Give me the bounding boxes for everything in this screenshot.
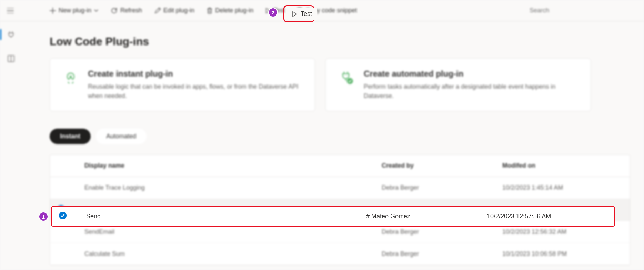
svg-point-2 — [70, 76, 72, 78]
automated-card-desc: Perform tasks automatically after a desi… — [364, 82, 578, 101]
cell-created_by: # Mateo Gomez — [382, 206, 502, 213]
chevron-down-icon — [94, 9, 98, 12]
create-automated-card[interactable]: Create automated plug-in Perform tasks a… — [325, 58, 591, 111]
hamburger-menu[interactable] — [3, 4, 17, 18]
test-button[interactable]: Test — [261, 4, 290, 17]
search-input[interactable] — [527, 4, 630, 17]
table-row[interactable]: SendEmailDebra Berger10/2/2023 12:56:32 … — [50, 221, 630, 243]
plugins-table: Display name Created by Modifed on Enabl… — [50, 154, 630, 266]
book-icon — [7, 55, 15, 62]
refresh-label: Refresh — [120, 7, 142, 14]
delete-label: Delete plug-in — [215, 7, 253, 14]
cell-modified_on: 10/2/2023 1:45:14 AM — [502, 184, 623, 191]
instant-card-title: Create instant plug-in — [88, 69, 303, 79]
tab-instant[interactable]: Instant — [50, 129, 91, 144]
create-instant-card[interactable]: Create instant plug-in Reusable logic th… — [50, 58, 315, 111]
svg-point-3 — [347, 78, 353, 84]
col-modified-on[interactable]: Modifed on — [502, 162, 623, 169]
cell-name: SendEmail — [84, 228, 382, 236]
cell-created_by: Debra Berger — [382, 228, 502, 236]
cell-modified_on: 10/1/2023 10:06:58 PM — [502, 250, 623, 258]
trash-icon — [207, 8, 212, 14]
automated-icon — [338, 69, 355, 86]
col-created-by[interactable]: Created by — [382, 162, 502, 169]
table-row[interactable]: Calculate SumDebra Berger10/1/2023 10:06… — [50, 243, 630, 265]
refresh-button[interactable]: Refresh — [106, 4, 147, 17]
plus-icon — [50, 8, 56, 14]
check-circle-icon[interactable] — [57, 205, 65, 213]
test-label: Test — [273, 7, 285, 14]
delete-plugin-button[interactable]: Delete plug-in — [202, 4, 258, 17]
tab-automated[interactable]: Automated — [96, 129, 147, 144]
cell-modified_on: 10/2/2023 12:57:56 AM — [502, 206, 623, 213]
cell-name: Calculate Sum — [84, 250, 382, 258]
edit-plugin-button[interactable]: Edit plug-in — [150, 4, 199, 17]
copy-label: Copy code snippet — [305, 7, 357, 14]
table-row[interactable]: Send# Mateo Gomez10/2/2023 12:57:56 AM — [50, 199, 630, 221]
table-row[interactable]: Enable Trace LoggingDebra Berger10/2/202… — [50, 177, 630, 199]
copy-code-button[interactable]: Copy code snippet — [292, 4, 362, 17]
edit-icon — [154, 8, 161, 14]
cell-created_by: Debra Berger — [382, 184, 502, 191]
cell-modified_on: 10/2/2023 12:56:32 AM — [502, 228, 623, 236]
new-plugin-button[interactable]: New plug-in — [45, 4, 103, 17]
automated-card-title: Create automated plug-in — [364, 69, 578, 79]
play-icon — [266, 8, 271, 13]
instant-icon — [62, 69, 79, 86]
cell-name: Enable Trace Logging — [84, 184, 382, 191]
cell-created_by: Debra Berger — [382, 250, 502, 258]
new-plugin-label: New plug-in — [59, 7, 91, 14]
instant-card-desc: Reusable logic that can be invoked in ap… — [88, 82, 303, 101]
col-display-name[interactable]: Display name — [84, 162, 382, 169]
page-title: Low Code Plug-ins — [50, 35, 630, 48]
cell-name: Send — [84, 206, 382, 213]
refresh-icon — [111, 7, 118, 14]
sidebar-item-library[interactable] — [4, 52, 18, 66]
edit-label: Edit plug-in — [163, 7, 194, 14]
svg-rect-0 — [299, 9, 302, 13]
copy-icon — [297, 8, 303, 14]
sidebar-item-plugins[interactable] — [4, 28, 18, 41]
plug-icon — [7, 30, 15, 39]
